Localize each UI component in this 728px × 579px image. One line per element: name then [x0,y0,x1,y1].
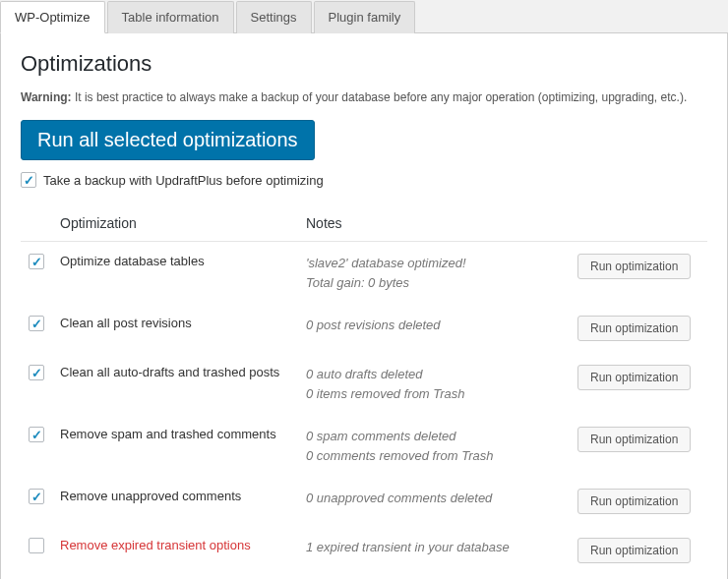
optimization-label: Clean all auto-drafts and trashed posts [60,365,279,379]
note-line: 0 auto drafts deleted [306,365,562,384]
table-row: Optimize database tables'slave2' databas… [21,242,707,305]
optimization-label: Optimize database tables [60,254,205,268]
table-row: Remove pingbacksNo pingbacks foundRun op… [21,575,707,579]
page-title: Optimizations [21,51,707,77]
table-row: Remove expired transient options1 expire… [21,526,707,575]
optimization-label: Remove expired transient options [60,538,251,552]
backup-row: Take a backup with UpdraftPlus before op… [21,172,707,188]
note-line: 0 items removed from Trash [306,384,562,404]
table-header-row: Optimization Notes [21,205,707,242]
backup-checkbox[interactable] [21,172,36,188]
note-line: 0 unapproved comments deleted [306,489,562,508]
row-checkbox[interactable] [29,489,44,504]
header-notes: Notes [298,205,570,242]
note-line: 'slave2' database optimized! [306,254,562,273]
optimizations-table: Optimization Notes Optimize database tab… [21,205,707,579]
optimization-label: Clean all post revisions [60,316,192,330]
tabs-bar: WP-OptimizeTable informationSettingsPlug… [0,0,728,33]
row-checkbox[interactable] [29,538,44,553]
backup-label: Take a backup with UpdraftPlus before op… [43,173,324,188]
note-line: 0 post revisions deleted [306,316,562,335]
row-checkbox[interactable] [29,254,44,269]
warning-text: It is best practice to always make a bac… [72,90,688,104]
row-checkbox[interactable] [29,365,44,380]
note-line: Total gain: 0 bytes [306,273,562,293]
tab-plugin-family[interactable]: Plugin family [314,1,416,33]
run-optimization-button[interactable]: Run optimization [577,538,691,563]
run-optimization-button[interactable]: Run optimization [577,489,691,514]
header-check [21,205,52,242]
table-body: Optimize database tables'slave2' databas… [21,242,707,580]
run-optimization-button[interactable]: Run optimization [577,427,691,452]
header-action [570,205,707,242]
row-checkbox[interactable] [29,316,44,331]
run-optimization-button[interactable]: Run optimization [577,254,691,279]
table-row: Clean all post revisions0 post revisions… [21,304,707,353]
optimization-label: Remove unapproved comments [60,489,241,503]
note-line: 1 expired transient in your database [306,538,562,557]
table-row: Remove unapproved comments0 unapproved c… [21,477,707,526]
table-row: Clean all auto-drafts and trashed posts0… [21,353,707,415]
tab-settings[interactable]: Settings [236,1,312,33]
warning-label: Warning: [21,90,72,104]
tab-wp-optimize[interactable]: WP-Optimize [0,1,105,33]
warning-line: Warning: It is best practice to always m… [21,90,707,104]
run-optimization-button[interactable]: Run optimization [577,365,691,390]
note-line: 0 spam comments deleted [306,427,562,446]
optimization-label: Remove spam and trashed comments [60,427,276,441]
row-checkbox[interactable] [29,427,44,442]
run-optimization-button[interactable]: Run optimization [577,316,691,341]
main-panel: Optimizations Warning: It is best practi… [0,33,728,579]
table-row: Remove spam and trashed comments0 spam c… [21,415,707,477]
header-optimization: Optimization [52,205,298,242]
tab-table-information[interactable]: Table information [107,1,234,33]
run-all-button[interactable]: Run all selected optimizations [21,120,315,160]
note-line: 0 comments removed from Trash [306,446,562,466]
